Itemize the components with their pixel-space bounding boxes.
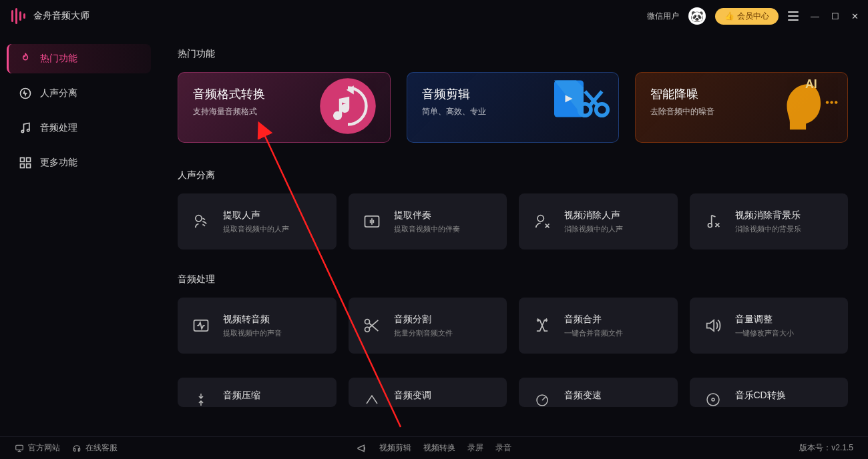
version-label: 版本号：v2.1.5 [799, 442, 853, 454]
nav-label: 音频处理 [40, 122, 77, 134]
minimize-button[interactable]: — [811, 11, 819, 21]
svg-point-17 [826, 101, 829, 103]
wave-circle-icon [19, 87, 32, 100]
section-title-voice: 人声分离 [178, 169, 848, 181]
footer-link-audio-record[interactable]: 录音 [495, 442, 511, 454]
svg-rect-30 [16, 445, 23, 450]
card-video-remove-bgm[interactable]: 视频消除背景乐消除视频中的背景乐 [690, 193, 849, 250]
card-video-remove-vocal[interactable]: 视频消除人声消除视频中的人声 [519, 193, 678, 250]
fire-icon [19, 52, 32, 65]
card-cd-convert[interactable]: 音乐CD转换 [690, 378, 849, 407]
svg-point-22 [537, 215, 544, 221]
megaphone-icon [357, 443, 367, 454]
waveform-box-icon [362, 211, 382, 232]
person-x-icon [532, 211, 552, 232]
scissors-icon [362, 316, 382, 336]
speed-icon [532, 390, 552, 407]
svg-point-29 [712, 398, 714, 401]
ai-head-icon: AI [769, 72, 842, 143]
nav-label: 更多功能 [40, 157, 77, 169]
footer-link-screen-record[interactable]: 录屏 [467, 442, 483, 454]
nav-label: 人声分离 [40, 87, 77, 99]
footer: 官方网站 在线客服 视频剪辑 视频转换 录屏 录音 版本号：v2.1.5 [0, 436, 868, 459]
main-content: 热门功能 音频格式转换 支持海量音频格式 音频剪辑 简单、高效、专业 智能降噪 … [158, 32, 868, 436]
card-audio-compress[interactable]: 音频压缩 [178, 378, 337, 407]
svg-point-19 [835, 101, 837, 103]
card-audio-speed[interactable]: 音频变速 [519, 378, 678, 407]
svg-point-18 [830, 101, 833, 103]
user-label: 微信用户 [647, 11, 679, 22]
svg-point-26 [365, 327, 369, 332]
svg-rect-2 [19, 11, 21, 21]
svg-point-28 [707, 394, 719, 406]
nav-label: 热门功能 [40, 53, 77, 65]
svg-point-25 [365, 320, 369, 324]
sidebar: 热门功能 人声分离 音频处理 更多功能 [0, 32, 158, 436]
headset-icon [72, 444, 81, 453]
nav-hot[interactable]: 热门功能 [7, 44, 151, 73]
app-logo-icon [9, 7, 27, 25]
card-video-to-audio[interactable]: 视频转音频提取视频中的声音 [178, 298, 337, 354]
card-extract-accompaniment[interactable]: 提取伴奏提取音视频中的伴奏 [349, 193, 507, 250]
speaker-icon [703, 316, 723, 336]
svg-point-20 [196, 215, 202, 221]
svg-rect-8 [27, 158, 31, 162]
footer-link-video-edit[interactable]: 视频剪辑 [379, 442, 411, 454]
grid-icon [19, 156, 32, 169]
titlebar: 金舟音频大师 微信用户 🐼 👍 会员中心 — ☐ ✕ [0, 0, 868, 32]
section-title-audio: 音频处理 [178, 274, 848, 286]
monitor-icon [15, 444, 24, 453]
footer-support[interactable]: 在线客服 [72, 442, 118, 454]
merge-icon [532, 316, 552, 336]
hero-format-convert[interactable]: 音频格式转换 支持海量音频格式 [178, 72, 391, 143]
svg-point-23 [708, 223, 712, 227]
svg-rect-1 [15, 8, 17, 24]
svg-point-6 [27, 129, 29, 131]
note-x-icon [703, 211, 723, 232]
svg-point-5 [21, 130, 23, 132]
footer-official-site[interactable]: 官方网站 [15, 442, 60, 454]
svg-rect-3 [23, 13, 25, 19]
compress-icon [191, 390, 211, 407]
avatar[interactable]: 🐼 [688, 7, 706, 25]
thumbs-up-icon: 👍 [724, 11, 734, 21]
section-title-hot: 热门功能 [178, 48, 848, 60]
app-title: 金舟音频大师 [33, 10, 89, 22]
card-audio-merge[interactable]: 音频合并一键合并音频文件 [519, 298, 678, 354]
svg-rect-0 [11, 10, 13, 22]
pulse-box-icon [191, 316, 211, 336]
scissors-file-icon [539, 72, 613, 143]
card-volume-adjust[interactable]: 音量调整一键修改声音大小 [690, 298, 849, 354]
close-button[interactable]: ✕ [851, 11, 859, 21]
menu-icon[interactable] [788, 11, 799, 21]
nav-more[interactable]: 更多功能 [7, 148, 151, 177]
card-extract-vocal[interactable]: 提取人声提取音视频中的人声 [178, 193, 337, 250]
music-convert-icon [311, 72, 385, 143]
hero-audio-edit[interactable]: 音频剪辑 简单、高效、专业 [407, 72, 620, 143]
voice-icon [191, 211, 211, 232]
hero-noise-reduce[interactable]: 智能降噪 去除音频中的噪音 AI [635, 72, 848, 143]
svg-rect-7 [21, 158, 25, 162]
svg-rect-10 [27, 164, 31, 168]
nav-audio[interactable]: 音频处理 [7, 113, 151, 143]
nav-voice[interactable]: 人声分离 [7, 79, 151, 108]
pitch-icon [362, 390, 382, 407]
card-audio-pitch[interactable]: 音频变调 [349, 378, 507, 407]
footer-link-video-convert[interactable]: 视频转换 [423, 442, 455, 454]
svg-rect-9 [21, 164, 25, 168]
vip-button[interactable]: 👍 会员中心 [715, 8, 779, 25]
maximize-button[interactable]: ☐ [831, 11, 839, 21]
disc-icon [703, 390, 723, 407]
svg-text:AI: AI [805, 77, 817, 91]
card-audio-split[interactable]: 音频分割批量分割音频文件 [349, 298, 507, 354]
music-note-icon [19, 121, 32, 135]
